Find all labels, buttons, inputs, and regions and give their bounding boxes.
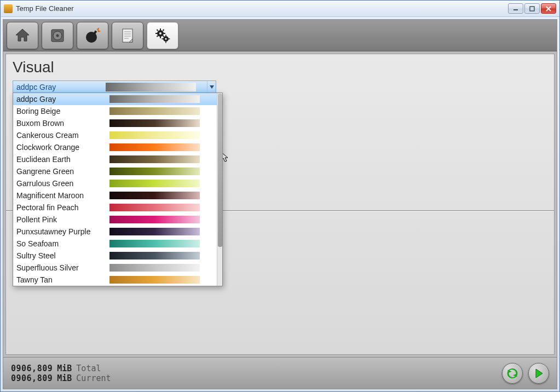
combobox-value: addpc Gray bbox=[13, 83, 106, 91]
client-area: Visual addpc Gray addpc GrayBoring Beige… bbox=[3, 19, 557, 389]
theme-option-swatch bbox=[109, 276, 200, 284]
theme-option-label: Cankerous Cream bbox=[16, 131, 109, 140]
theme-option[interactable]: Buxom Brown bbox=[13, 117, 222, 129]
svg-rect-18 bbox=[155, 33, 158, 34]
report-icon bbox=[119, 27, 136, 44]
report-button[interactable] bbox=[112, 22, 143, 49]
theme-option-label: Superfluous Silver bbox=[16, 263, 109, 272]
theme-option[interactable]: Superfluous Silver bbox=[13, 262, 222, 274]
theme-option[interactable]: Magnificent Maroon bbox=[13, 189, 222, 201]
svg-rect-17 bbox=[160, 36, 161, 38]
theme-option-swatch bbox=[109, 180, 200, 187]
theme-option[interactable]: Punxsutawney Purple bbox=[13, 226, 222, 238]
close-icon bbox=[546, 6, 551, 11]
window-title: Temp File Cleaner bbox=[16, 4, 508, 13]
theme-option-swatch bbox=[109, 95, 200, 103]
theme-option-swatch bbox=[109, 131, 200, 139]
theme-option[interactable]: Sultry Steel bbox=[13, 250, 222, 262]
theme-option-label: Clockwork Orange bbox=[16, 143, 109, 152]
titlebar[interactable]: Temp File Cleaner bbox=[1, 1, 559, 17]
theme-option[interactable]: Boring Beige bbox=[13, 105, 222, 117]
svg-rect-16 bbox=[160, 28, 161, 31]
scrollbar-thumb[interactable] bbox=[218, 94, 222, 247]
section-title: Visual bbox=[13, 59, 547, 76]
theme-option-swatch bbox=[109, 143, 200, 151]
svg-rect-27 bbox=[165, 41, 166, 43]
svg-rect-22 bbox=[163, 29, 165, 31]
svg-rect-19 bbox=[163, 33, 165, 34]
theme-option[interactable]: Clockwork Orange bbox=[13, 141, 222, 153]
theme-option-label: Pectoral fin Peach bbox=[16, 203, 109, 212]
theme-option-label: Tawny Tan bbox=[16, 275, 109, 284]
svg-rect-20 bbox=[157, 29, 159, 31]
svg-point-6 bbox=[56, 34, 59, 37]
theme-option-swatch bbox=[109, 228, 200, 235]
theme-option-swatch bbox=[109, 252, 200, 260]
theme-option-swatch bbox=[109, 107, 200, 115]
theme-option-label: Buxom Brown bbox=[16, 119, 109, 128]
theme-option-label: So Seafoam bbox=[16, 239, 109, 248]
drive-button[interactable] bbox=[42, 22, 73, 49]
svg-point-15 bbox=[159, 32, 161, 34]
stats-block: 0906,809 MiB Total 0906,809 MiB Current bbox=[11, 364, 497, 383]
svg-point-25 bbox=[165, 38, 166, 39]
theme-option-label: Sultry Steel bbox=[16, 251, 109, 260]
maximize-icon bbox=[529, 6, 535, 11]
theme-option-label: Garrulous Green bbox=[16, 179, 109, 188]
theme-option[interactable]: Cankerous Cream bbox=[13, 129, 222, 141]
theme-option[interactable]: Gangrene Green bbox=[13, 165, 222, 177]
theme-option-label: addpc Gray bbox=[16, 95, 109, 103]
theme-option[interactable]: Pectoral fin Peach bbox=[13, 201, 222, 214]
refresh-icon bbox=[506, 367, 518, 379]
statusbar: 0906,809 MiB Total 0906,809 MiB Current bbox=[3, 357, 557, 389]
gear-icon bbox=[154, 27, 171, 44]
app-icon bbox=[4, 4, 13, 13]
play-icon bbox=[533, 368, 544, 379]
minimize-button[interactable] bbox=[508, 3, 523, 14]
theme-combobox[interactable]: addpc Gray bbox=[13, 80, 216, 94]
theme-option-swatch bbox=[109, 155, 200, 163]
theme-option-swatch bbox=[109, 216, 200, 223]
app-window: Temp File Cleaner bbox=[0, 0, 560, 392]
theme-option-swatch bbox=[109, 240, 200, 247]
total-value: 0906,809 bbox=[11, 364, 53, 373]
theme-option-label: Boring Beige bbox=[16, 107, 109, 116]
home-button[interactable] bbox=[7, 22, 38, 49]
svg-rect-1 bbox=[530, 7, 534, 11]
theme-option[interactable]: Euclidean Earth bbox=[13, 153, 222, 165]
minimize-icon bbox=[513, 6, 518, 11]
bomb-button[interactable] bbox=[77, 22, 108, 49]
svg-rect-29 bbox=[169, 38, 170, 39]
theme-option-label: Pollent Pink bbox=[16, 215, 109, 224]
toolbar bbox=[3, 20, 557, 51]
refresh-button[interactable] bbox=[502, 363, 523, 384]
theme-option-label: Magnificent Maroon bbox=[16, 191, 109, 200]
theme-option[interactable]: Pollent Pink bbox=[13, 214, 222, 226]
svg-rect-28 bbox=[162, 38, 164, 39]
theme-option-label: Gangrene Green bbox=[16, 167, 109, 176]
theme-option[interactable]: addpc Gray bbox=[13, 93, 222, 105]
theme-option[interactable]: Tawny Tan bbox=[13, 274, 222, 286]
content-panel: Visual addpc Gray addpc GrayBoring Beige… bbox=[5, 54, 555, 355]
total-unit: MiB bbox=[57, 364, 72, 373]
theme-option-swatch bbox=[109, 119, 200, 127]
window-controls bbox=[508, 3, 556, 14]
theme-dropdown: addpc GrayBoring BeigeBuxom BrownCankero… bbox=[13, 93, 223, 286]
current-label: Current bbox=[76, 373, 111, 383]
scrollbar[interactable] bbox=[217, 93, 222, 286]
drive-icon bbox=[49, 27, 66, 44]
play-button[interactable] bbox=[528, 363, 549, 384]
home-icon bbox=[14, 27, 31, 44]
combobox-swatch bbox=[106, 83, 196, 91]
maximize-button[interactable] bbox=[524, 3, 540, 14]
theme-option-swatch bbox=[109, 192, 200, 199]
svg-rect-26 bbox=[165, 34, 166, 36]
close-button[interactable] bbox=[541, 3, 556, 14]
dropdown-list[interactable]: addpc GrayBoring BeigeBuxom BrownCankero… bbox=[13, 93, 222, 286]
theme-option[interactable]: So Seafoam bbox=[13, 238, 222, 250]
theme-option[interactable]: Garrulous Green bbox=[13, 177, 222, 189]
theme-option-swatch bbox=[109, 168, 200, 175]
settings-button[interactable] bbox=[147, 22, 178, 49]
chevron-down-icon bbox=[207, 81, 216, 93]
theme-option-label: Euclidean Earth bbox=[16, 155, 109, 164]
